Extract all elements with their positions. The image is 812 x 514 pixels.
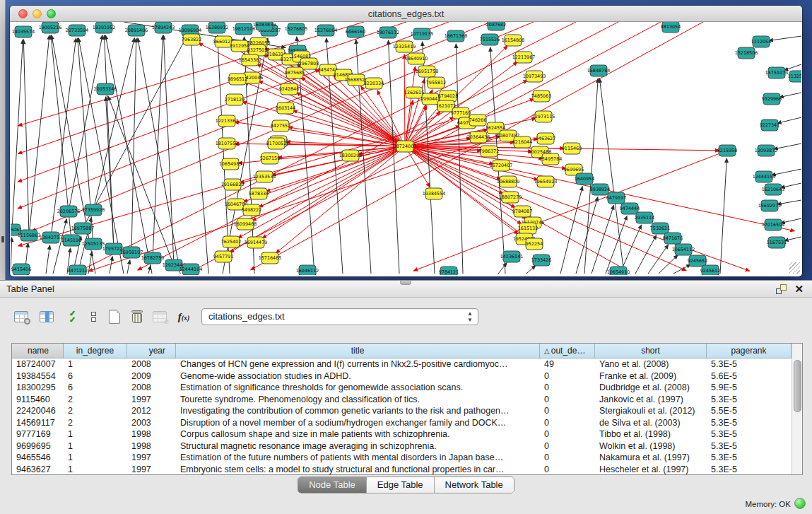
network-table-select[interactable]: citations_edges.txt ▲▼ xyxy=(201,308,478,325)
table-cell[interactable]: 1 xyxy=(64,358,127,370)
table-cell[interactable]: 2 xyxy=(64,405,127,417)
graph-node[interactable]: 10654983 xyxy=(219,158,242,170)
graph-node[interactable]: 9245612 xyxy=(700,265,720,275)
graph-node[interactable]: 12093872 xyxy=(755,145,778,156)
table-cell[interactable]: Dudbridge et al. (2008) xyxy=(595,382,707,394)
graph-node[interactable]: 1733426 xyxy=(531,255,551,266)
table-cell[interactable]: de Silva et al. (2003) xyxy=(595,417,707,429)
column-header-in_degree[interactable]: in_degree xyxy=(64,344,127,358)
table-cell[interactable]: 9463627 xyxy=(12,464,64,476)
graph-edge[interactable] xyxy=(138,22,618,270)
table-cell[interactable]: 6 xyxy=(64,370,127,382)
graph-node[interactable]: 2935114 xyxy=(635,212,654,223)
graph-edge[interactable] xyxy=(560,187,582,274)
delete-icon[interactable] xyxy=(127,306,147,327)
window-titlebar[interactable]: citations_edges.txt xyxy=(10,6,802,22)
graph-edge[interactable] xyxy=(777,117,801,123)
graph-node[interactable]: 9242846 xyxy=(279,83,299,95)
table-cell[interactable]: 5.9E-5 xyxy=(707,382,792,394)
graph-node[interactable]: 12444154 xyxy=(753,171,776,182)
graph-node[interactable]: 1112054 xyxy=(751,36,771,47)
table-cell[interactable]: Estimation of the future numbers of pati… xyxy=(176,452,540,464)
tab-edge-table[interactable]: Edge Table xyxy=(366,477,434,493)
table-cell[interactable]: Disruption of a novel member of a sodium… xyxy=(176,417,540,429)
graph-node[interactable]: 19166829 xyxy=(221,179,245,190)
table-cell[interactable]: Wolkin et al. (1998) xyxy=(595,440,707,452)
graph-hub-node[interactable]: 18724007 xyxy=(394,141,417,152)
graph-node[interactable]: 18076112 xyxy=(377,27,400,38)
table-cell[interactable]: 5.3E-5 xyxy=(707,440,792,452)
table-row[interactable]: 911546021997Tourette syndrome. Phenomeno… xyxy=(12,394,792,406)
graph-node[interactable]: 16154808 xyxy=(502,35,525,46)
table-cell[interactable]: Jankovic et al. (1997) xyxy=(595,394,707,406)
graph-node[interactable]: 1145190 xyxy=(61,235,81,246)
table-row[interactable]: 1456911722003Disruption of a novel membe… xyxy=(12,417,792,429)
graph-node[interactable]: 16951758 xyxy=(416,66,439,77)
graph-node[interactable]: 6479197 xyxy=(606,192,626,204)
column-header-short[interactable]: short xyxy=(595,344,707,358)
table-cell[interactable]: 2012 xyxy=(127,405,176,417)
graph-node[interactable]: 5878334 xyxy=(249,188,269,199)
table-cell[interactable]: 1 xyxy=(64,428,127,440)
graph-node[interactable]: 12213967 xyxy=(512,52,536,63)
graph-node[interactable]: 7625402 xyxy=(221,236,241,247)
graph-node[interactable]: 14035574 xyxy=(12,26,35,37)
column-visibility-icon[interactable] xyxy=(37,306,57,327)
table-row[interactable]: 969969511998Structural magnetic resonanc… xyxy=(12,440,792,452)
graph-node[interactable]: 10688809 xyxy=(497,176,520,187)
graph-edge[interactable] xyxy=(88,135,505,271)
table-cell[interactable]: 5.3E-5 xyxy=(707,394,792,406)
graph-edge[interactable] xyxy=(526,265,536,274)
table-cell[interactable]: 0 xyxy=(540,428,595,440)
resize-grip[interactable] xyxy=(789,262,800,274)
graph-node[interactable]: 19384554 xyxy=(423,188,446,199)
graph-edge[interactable] xyxy=(301,77,405,146)
graph-node[interactable]: 2087682 xyxy=(486,22,506,30)
graph-node[interactable]: 16046112 xyxy=(296,265,319,275)
graph-node[interactable]: 7963822 xyxy=(182,34,201,45)
graph-edge[interactable] xyxy=(53,219,66,274)
graph-node[interactable]: 15495784 xyxy=(539,153,563,165)
graph-node[interactable]: 15720407 xyxy=(490,160,513,171)
table-cell[interactable]: 1 xyxy=(64,452,127,464)
graph-node[interactable]: 9463627 xyxy=(536,133,555,144)
graph-node[interactable]: 20206576 xyxy=(57,206,81,217)
graph-node[interactable]: 7955812 xyxy=(426,77,446,88)
graph-edge[interactable] xyxy=(648,245,669,274)
table-cell[interactable]: 2008 xyxy=(127,382,176,394)
graph-node[interactable]: 7986372 xyxy=(479,146,499,157)
graph-node[interactable]: 17894243 xyxy=(152,22,175,33)
graph-node[interactable]: 5498222 xyxy=(242,204,261,216)
column-header-pagerank[interactable]: pagerank xyxy=(707,344,792,358)
graph-node[interactable]: 13942757 xyxy=(40,232,63,243)
table-cell[interactable]: Changes of HCN gene expression and I(f) … xyxy=(176,358,540,370)
table-row[interactable]: 1938455462009Genome-wide association stu… xyxy=(12,370,792,382)
graph-node[interactable]: 20733594 xyxy=(66,25,89,36)
table-cell[interactable]: 5.3E-5 xyxy=(707,452,792,464)
graph-node[interactable]: 15716485 xyxy=(259,252,282,264)
graph-node[interactable]: 12505135 xyxy=(82,238,105,250)
select-rows-icon[interactable]: ✓✓ xyxy=(62,306,82,327)
table-cell[interactable]: 0 xyxy=(540,394,595,406)
graph-node[interactable]: 16210643 xyxy=(762,184,785,195)
graph-node[interactable]: 952254 xyxy=(526,238,543,250)
graph-node[interactable]: 9415406 xyxy=(11,264,31,275)
table-cell[interactable]: 22420046 xyxy=(12,405,64,417)
table-cell[interactable]: 0 xyxy=(540,382,595,394)
graph-node[interactable]: 9784121 xyxy=(439,267,459,275)
graph-node[interactable]: 7485063 xyxy=(531,90,551,102)
column-header-out_de[interactable]: △out_de… xyxy=(540,344,595,358)
graph-node[interactable]: 17359928 xyxy=(82,204,105,216)
tab-node-table[interactable]: Node Table xyxy=(298,477,366,493)
float-panel-icon[interactable] xyxy=(776,284,787,294)
graph-edge[interactable] xyxy=(69,35,102,211)
table-cell[interactable]: 19384554 xyxy=(12,370,64,382)
table-cell[interactable]: 2 xyxy=(64,394,127,406)
graph-edge[interactable] xyxy=(592,205,614,274)
graph-node[interactable]: 746266 xyxy=(469,115,486,126)
table-cell[interactable]: Genome-wide association studies in ADHD. xyxy=(176,370,540,382)
graph-edge[interactable] xyxy=(148,266,151,274)
graph-node[interactable]: 9875685 xyxy=(285,67,305,78)
graph-node[interactable]: 2718129 xyxy=(225,94,245,105)
graph-node[interactable]: 3220334 xyxy=(364,78,384,89)
